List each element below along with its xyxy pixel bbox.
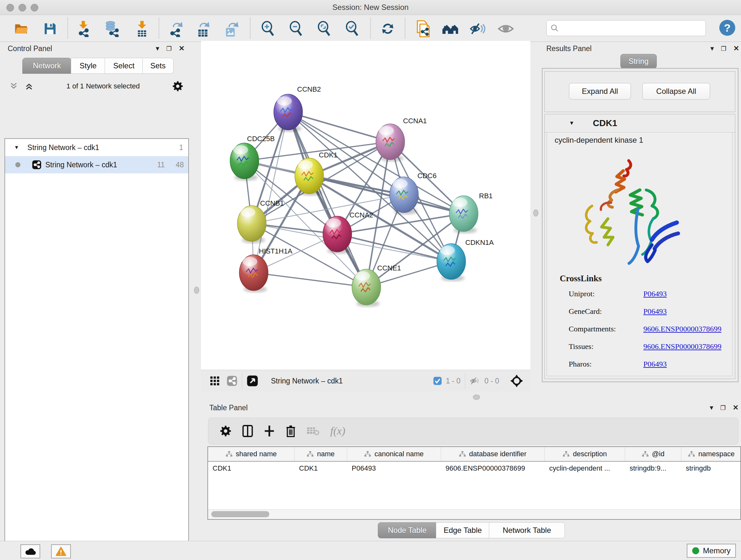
crosshair-icon[interactable] xyxy=(510,374,523,388)
results-panel-float-icon[interactable]: ❐ xyxy=(721,45,726,52)
show-graphics-button[interactable] xyxy=(496,19,515,38)
selected-checkbox-icon[interactable] xyxy=(433,376,442,385)
string-view-icon[interactable] xyxy=(226,375,238,386)
import-database-icon xyxy=(105,20,120,37)
network-node-CCNB2[interactable]: CCNB2 xyxy=(274,85,321,132)
table-panel-menu-icon[interactable]: ▾ xyxy=(710,403,713,412)
column-header--id[interactable]: @id xyxy=(625,447,681,461)
column-header-name[interactable]: name xyxy=(294,447,347,461)
table-panel-close-icon[interactable]: ✕ xyxy=(733,403,738,412)
results-panel-close-icon[interactable]: ✕ xyxy=(733,44,739,53)
network-node-CCNA1[interactable]: CCNA1 xyxy=(376,117,427,162)
export-image-button[interactable] xyxy=(222,19,241,38)
network-row[interactable]: String Network – cdk1 11 48 xyxy=(5,156,188,173)
control-panel-close-icon[interactable]: ✕ xyxy=(179,44,185,53)
column-header-canonical-name[interactable]: canonical name xyxy=(347,447,441,461)
zoom-in-button[interactable] xyxy=(259,19,277,38)
zoom-selected-button[interactable] xyxy=(343,19,361,38)
cell-canonical-name[interactable]: P06493 xyxy=(347,462,441,475)
crosslink-tissues-link[interactable]: 9606.ENSP00000378699 xyxy=(643,342,722,351)
bottom-splitter-handle[interactable] xyxy=(473,395,480,400)
node-result-header[interactable]: ▼ CDK1 xyxy=(545,114,735,132)
show-columns-icon[interactable] xyxy=(242,425,253,437)
tab-string-results[interactable]: String xyxy=(620,54,657,69)
hide-unhide-button[interactable] xyxy=(468,19,487,38)
tab-network-table[interactable]: Network Table xyxy=(489,522,565,538)
import-network-file-button[interactable] xyxy=(74,19,92,38)
expand-all-icon[interactable] xyxy=(24,82,34,90)
crosslink-uniprot-link[interactable]: P06493 xyxy=(643,290,667,298)
crosslink-compartments-link[interactable]: 9606.ENSP00000378699 xyxy=(643,325,722,333)
expand-all-button[interactable]: Expand All xyxy=(569,83,631,100)
tab-style[interactable]: Style xyxy=(71,58,105,74)
table-gear-icon[interactable] xyxy=(220,425,231,437)
results-panel-menu-icon[interactable]: ▾ xyxy=(711,44,714,53)
column-header-shared-name[interactable]: shared name xyxy=(208,447,294,461)
network-node-HIST1H1A[interactable]: HIST1H1A xyxy=(239,247,292,293)
cell--id[interactable]: stringdb:9... xyxy=(625,462,681,475)
results-panel: Results Panel ▾ ❐ ✕ String Expand All Co… xyxy=(538,42,741,401)
cloud-status-button[interactable] xyxy=(20,544,40,558)
zoom-out-button[interactable] xyxy=(286,19,305,38)
network-node-RB1[interactable]: RB1 xyxy=(449,192,493,233)
open-session-button[interactable] xyxy=(12,19,30,38)
network-view-canvas[interactable]: CCNB2CCNA1CDC25BCDK1CDC6RB1CCNB1CCNA2CDK… xyxy=(201,41,530,370)
column-header-description[interactable]: description xyxy=(545,447,625,461)
zoom-fit-button[interactable] xyxy=(315,19,333,38)
control-panel-float-icon[interactable]: ❐ xyxy=(166,45,172,52)
collection-expand-triangle-icon[interactable]: ▼ xyxy=(14,145,19,150)
protein-structure-image xyxy=(568,152,689,270)
tab-node-table[interactable]: Node Table xyxy=(378,522,436,538)
save-session-button[interactable] xyxy=(41,19,59,38)
table-row[interactable]: CDK1CDK1P064939606.ENSP00000378699cyclin… xyxy=(208,462,740,475)
right-splitter-handle[interactable] xyxy=(533,209,538,216)
delete-table-icon[interactable] xyxy=(307,426,320,436)
tab-network[interactable]: Network xyxy=(22,58,71,74)
tab-select[interactable]: Select xyxy=(105,58,143,74)
import-table-icon xyxy=(135,20,149,37)
cell-description[interactable]: cyclin-dependent ... xyxy=(545,462,625,475)
export-table-button[interactable] xyxy=(194,19,212,38)
crosslink-pharos-link[interactable]: P06493 xyxy=(643,360,667,368)
node-label-CCNB1: CCNB1 xyxy=(260,199,284,207)
refresh-button[interactable] xyxy=(379,19,397,38)
table-panel-float-icon[interactable]: ❐ xyxy=(720,404,726,412)
copy-network-button[interactable] xyxy=(414,19,432,38)
import-table-file-button[interactable] xyxy=(133,19,151,38)
column-header-namespace[interactable]: namespace xyxy=(681,447,741,461)
control-panel-menu-icon[interactable]: ▾ xyxy=(156,44,159,53)
hscrollbar-thumb[interactable] xyxy=(211,511,269,517)
function-builder-icon[interactable]: f(x) xyxy=(330,425,345,437)
column-header-database-identifier[interactable]: database identifier xyxy=(441,447,545,461)
cell-shared-name[interactable]: CDK1 xyxy=(208,462,294,475)
memory-button[interactable]: Memory xyxy=(687,544,736,558)
crosslink-genecard-link[interactable]: P06493 xyxy=(643,307,667,316)
network-node-CCNB1[interactable]: CCNB1 xyxy=(238,199,284,243)
cell-database-identifier[interactable]: 9606.ENSP00000378699 xyxy=(441,462,545,475)
collapse-all-icon[interactable] xyxy=(9,82,18,90)
cell-name[interactable]: CDK1 xyxy=(294,462,347,475)
export-network-button[interactable] xyxy=(167,19,186,38)
network-options-gear-icon[interactable] xyxy=(172,81,183,91)
tab-sets[interactable]: Sets xyxy=(142,58,174,74)
search-input[interactable] xyxy=(546,20,706,36)
table-hscrollbar[interactable] xyxy=(208,509,740,519)
grid-view-icon[interactable] xyxy=(210,376,219,386)
import-network-database-button[interactable] xyxy=(103,19,121,38)
collapse-all-button[interactable]: Collapse All xyxy=(643,83,710,100)
cell-namespace[interactable]: stringdb xyxy=(681,462,741,475)
birdseye-view-icon[interactable] xyxy=(247,375,258,387)
add-column-icon[interactable] xyxy=(264,425,275,437)
node-collapse-triangle-icon[interactable]: ▼ xyxy=(569,120,575,126)
delete-column-icon[interactable] xyxy=(286,425,296,437)
memory-status-dot-icon xyxy=(692,547,699,554)
network-node-CDKN1A[interactable]: CDKN1A xyxy=(437,239,494,281)
help-button[interactable]: ? xyxy=(719,20,735,36)
warnings-button[interactable] xyxy=(51,544,71,558)
hidden-eye-slash-icon[interactable] xyxy=(470,376,481,385)
left-splitter-handle[interactable] xyxy=(194,287,199,294)
network-collection-row[interactable]: ▼ String Network – cdk1 1 xyxy=(5,139,188,156)
home-networks-button[interactable] xyxy=(441,19,460,38)
control-panel: Control Panel ▾ ❐ ✕ Network Style Select… xyxy=(0,42,192,541)
tab-edge-table[interactable]: Edge Table xyxy=(436,522,489,538)
